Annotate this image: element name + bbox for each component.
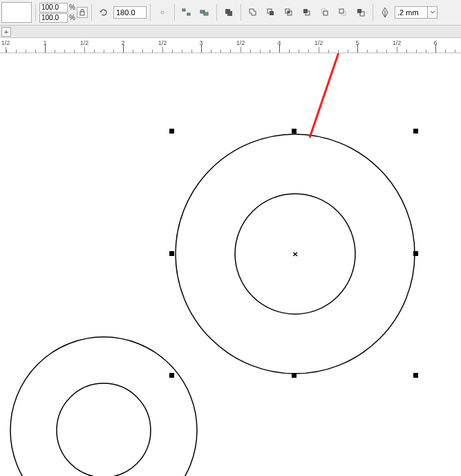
svg-rect-9 [270,11,274,15]
outline-width-input[interactable]: .2 mm [395,6,428,19]
rotate-ccw-button[interactable] [95,4,112,21]
mirror-h-icon [157,7,168,18]
scale-y-input[interactable]: 100.0 [39,13,68,23]
tab-bar: + [0,26,461,38]
trim-button[interactable] [263,4,279,21]
svg-point-23 [57,383,151,476]
toolbar-separator [241,4,241,21]
svg-point-1 [161,11,164,14]
svg-rect-5 [204,12,208,15]
boundary-button[interactable] [352,4,369,21]
property-toolbar: 100.0 % 100.0 % 180.0 [0,0,461,26]
svg-rect-12 [288,11,290,13]
front-minus-back-icon [319,7,330,18]
order-icon [199,7,210,18]
align-and-distribute-button[interactable] [178,4,195,21]
selection-handle[interactable] [413,251,418,256]
lock-icon [79,9,86,16]
order-button[interactable] [196,4,213,21]
toolbar-separator [174,4,175,21]
simplify-button[interactable] [299,4,315,21]
svg-rect-15 [323,11,328,15]
scale-x-input[interactable]: 100.0 [39,3,68,12]
align-distribute-icon [181,7,192,18]
svg-point-22 [10,337,197,476]
trim-icon [265,7,276,18]
toolbar-separator [216,4,217,21]
svg-rect-7 [227,11,232,16]
chevron-down-icon [430,10,435,15]
percent-label: % [69,3,75,11]
selection-handle[interactable] [169,129,174,134]
mirror-horizontal-button[interactable] [154,4,171,21]
combine-icon [223,7,234,18]
selection-handle[interactable] [169,373,174,378]
svg-rect-17 [357,9,361,13]
selection-handle[interactable] [169,251,174,256]
boundary-icon [355,7,366,18]
rotate-ccw-icon [98,7,109,18]
simplify-icon [301,7,312,18]
svg-rect-0 [80,12,84,15]
selection-center[interactable]: ✕ [292,250,298,258]
selection-handle[interactable] [292,129,297,134]
horizontal-ruler[interactable]: 1234561/21/21/21/21/21/2 [0,38,461,53]
toolbar-separator [91,4,92,21]
selection-handle[interactable] [413,129,418,134]
toolbar-separator [35,4,36,21]
intersect-icon [283,7,294,18]
selection-handle[interactable] [413,373,418,378]
svg-rect-3 [187,13,190,15]
outline-pen-button[interactable] [377,4,393,21]
back-minus-front-button[interactable] [335,4,351,21]
lock-ratio-button[interactable] [77,7,88,18]
svg-rect-16 [339,9,344,13]
canvas-shapes [0,53,461,476]
weld-icon [247,7,258,18]
weld-button[interactable] [245,4,261,21]
group-button[interactable] [220,4,237,21]
back-minus-front-icon [337,7,348,18]
outline-width-dropdown[interactable] [428,6,438,19]
add-tab-button[interactable]: + [1,27,11,37]
position-field[interactable] [1,2,32,23]
pen-nib-icon [380,7,390,18]
rotation-input[interactable]: 180.0 [113,6,147,19]
intersect-button[interactable] [281,4,297,21]
outline-width-control: .2 mm [395,6,438,19]
front-minus-back-button[interactable] [317,4,333,21]
percent-label: % [69,14,75,21]
selection-handle[interactable] [292,373,297,378]
svg-rect-2 [182,9,185,11]
toolbar-separator [373,4,373,21]
scale-stack: 100.0 % 100.0 % [39,2,75,23]
toolbar-separator [150,4,151,21]
drawing-canvas[interactable]: ✕ [0,53,461,476]
